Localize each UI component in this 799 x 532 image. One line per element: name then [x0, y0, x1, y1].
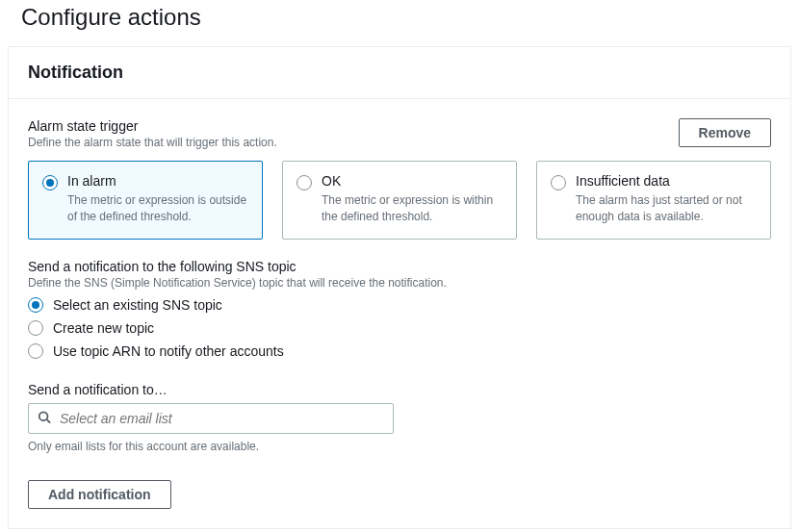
send-to-section: Send a notification to… Only email lists… [28, 382, 771, 453]
tile-content: Insufficient data The alarm has just sta… [576, 173, 757, 225]
radio-icon [28, 320, 43, 336]
alarm-trigger-section: Alarm state trigger Define the alarm sta… [28, 118, 771, 240]
radio-icon [42, 175, 58, 190]
svg-point-0 [39, 412, 48, 420]
sns-option-arn[interactable]: Use topic ARN to notify other accounts [28, 343, 771, 359]
trigger-tile-insufficient-data[interactable]: Insufficient data The alarm has just sta… [536, 161, 771, 240]
notification-panel: Notification Alarm state trigger Define … [8, 46, 791, 529]
tile-label: OK [322, 173, 503, 189]
radio-label: Use topic ARN to notify other accounts [53, 343, 284, 359]
sns-title: Send a notification to the following SNS… [28, 259, 771, 274]
sns-option-existing[interactable]: Select an existing SNS topic [28, 297, 771, 313]
radio-label: Select an existing SNS topic [53, 297, 222, 313]
remove-button[interactable]: Remove [679, 118, 771, 147]
tile-content: In alarm The metric or expression is out… [67, 173, 248, 225]
tile-label: In alarm [67, 173, 248, 189]
trigger-tile-in-alarm[interactable]: In alarm The metric or expression is out… [28, 161, 263, 240]
trigger-tiles: In alarm The metric or expression is out… [28, 161, 771, 240]
trigger-header-row: Alarm state trigger Define the alarm sta… [28, 118, 771, 149]
email-list-input[interactable] [28, 403, 394, 434]
page-title: Configure actions [0, 0, 799, 46]
radio-label: Create new topic [53, 320, 154, 336]
tile-description: The metric or expression is within the d… [322, 192, 503, 225]
radio-icon [28, 343, 43, 359]
radio-icon [28, 297, 43, 313]
sns-option-create[interactable]: Create new topic [28, 320, 771, 336]
tile-content: OK The metric or expression is within th… [322, 173, 503, 225]
tile-label: Insufficient data [576, 173, 757, 189]
search-icon [38, 410, 51, 426]
tile-description: The metric or expression is outside of t… [67, 192, 248, 225]
panel-header: Notification [9, 47, 790, 99]
send-to-label: Send a notification to… [28, 382, 771, 397]
panel-body: Alarm state trigger Define the alarm sta… [9, 99, 790, 528]
sns-radio-list: Select an existing SNS topic Create new … [28, 297, 771, 359]
sns-description: Define the SNS (Simple Notification Serv… [28, 276, 771, 290]
radio-icon [296, 175, 312, 190]
send-to-hint: Only email lists for this account are av… [28, 440, 771, 453]
sns-section: Send a notification to the following SNS… [28, 259, 771, 359]
radio-icon [551, 175, 566, 190]
tile-description: The alarm has just started or not enough… [576, 192, 757, 225]
trigger-tile-ok[interactable]: OK The metric or expression is within th… [282, 161, 517, 240]
trigger-title: Alarm state trigger [28, 118, 277, 134]
svg-line-1 [47, 419, 51, 423]
add-notification-button[interactable]: Add notification [28, 480, 171, 509]
trigger-description: Define the alarm state that will trigger… [28, 136, 277, 149]
email-input-wrap [28, 403, 394, 434]
